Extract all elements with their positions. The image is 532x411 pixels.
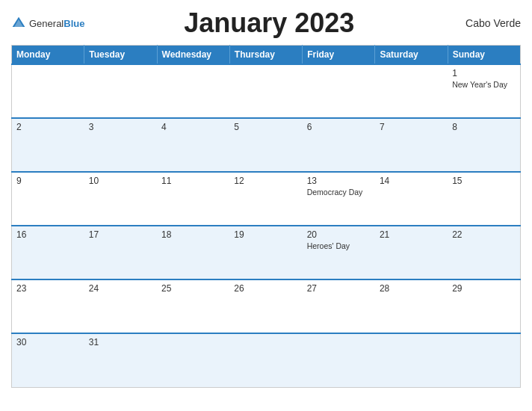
calendar-day-cell: 4 xyxy=(157,118,229,172)
logo-general-text: General xyxy=(29,18,64,29)
holiday-name: New Year's Day xyxy=(452,80,516,90)
calendar-week-row: 2345678 xyxy=(12,118,521,172)
calendar-week-row: 23242526272829 xyxy=(12,279,521,333)
calendar-day-cell xyxy=(303,333,375,387)
calendar-day-cell: 14 xyxy=(375,172,448,226)
day-number: 7 xyxy=(380,122,443,132)
calendar-day-cell xyxy=(375,64,448,118)
day-number: 8 xyxy=(452,122,516,132)
day-number: 5 xyxy=(234,122,297,132)
calendar-day-cell: 21 xyxy=(375,226,448,279)
month-title: January 2023 xyxy=(84,7,454,39)
calendar-day-cell xyxy=(84,64,157,118)
weekday-header-row: MondayTuesdayWednesdayThursdayFridaySatu… xyxy=(12,46,521,65)
calendar-week-row: 3031 xyxy=(12,333,521,387)
logo-general: GeneralBlue xyxy=(29,16,84,30)
calendar-week-row: 910111213Democracy Day1415 xyxy=(12,172,521,226)
day-number: 26 xyxy=(234,283,297,294)
day-number: 23 xyxy=(16,283,80,294)
calendar-day-cell xyxy=(157,64,229,118)
calendar-day-cell xyxy=(229,64,302,118)
calendar-day-cell: 26 xyxy=(229,279,302,333)
day-number: 30 xyxy=(16,337,80,347)
day-number: 29 xyxy=(452,283,516,294)
calendar-day-cell xyxy=(303,64,375,118)
calendar-day-cell: 30 xyxy=(12,333,84,387)
calendar-day-cell xyxy=(12,64,84,118)
logo-icon xyxy=(11,16,26,31)
day-number: 6 xyxy=(307,122,371,132)
weekday-header-tuesday: Tuesday xyxy=(84,46,157,65)
calendar-table: MondayTuesdayWednesdayThursdayFridaySatu… xyxy=(11,45,521,388)
calendar-day-cell: 15 xyxy=(448,172,520,226)
day-number: 2 xyxy=(16,122,80,132)
calendar-day-cell: 10 xyxy=(84,172,157,226)
day-number: 16 xyxy=(16,229,80,240)
day-number: 13 xyxy=(307,176,371,186)
calendar-day-cell xyxy=(229,333,302,387)
calendar-day-cell: 24 xyxy=(84,279,157,333)
calendar-day-cell: 22 xyxy=(448,226,520,279)
calendar-day-cell: 29 xyxy=(448,279,520,333)
day-number: 12 xyxy=(234,176,297,186)
logo-blue-text: Blue xyxy=(64,18,84,29)
holiday-name: Heroes' Day xyxy=(307,241,371,252)
calendar-day-cell: 18 xyxy=(157,226,229,279)
weekday-header-thursday: Thursday xyxy=(229,46,302,65)
day-number: 10 xyxy=(89,176,152,186)
weekday-header-saturday: Saturday xyxy=(375,46,448,65)
day-number: 25 xyxy=(161,283,225,294)
calendar-container: GeneralBlue January 2023 Cabo Verde Mond… xyxy=(0,0,532,411)
day-number: 17 xyxy=(89,229,152,240)
day-number: 24 xyxy=(89,283,152,294)
calendar-day-cell: 19 xyxy=(229,226,302,279)
calendar-day-cell: 13Democracy Day xyxy=(303,172,375,226)
calendar-day-cell: 8 xyxy=(448,118,520,172)
weekday-header-sunday: Sunday xyxy=(448,46,520,65)
calendar-day-cell: 2 xyxy=(12,118,84,172)
calendar-day-cell: 6 xyxy=(303,118,375,172)
day-number: 18 xyxy=(161,229,225,240)
day-number: 21 xyxy=(380,229,443,240)
day-number: 1 xyxy=(452,68,516,78)
calendar-week-row: 1617181920Heroes' Day2122 xyxy=(12,226,521,279)
day-number: 9 xyxy=(16,176,80,186)
day-number: 31 xyxy=(89,337,152,347)
calendar-day-cell: 3 xyxy=(84,118,157,172)
calendar-day-cell xyxy=(157,333,229,387)
weekday-header-wednesday: Wednesday xyxy=(157,46,229,65)
day-number: 3 xyxy=(89,122,152,132)
day-number: 22 xyxy=(452,229,516,240)
calendar-day-cell: 16 xyxy=(12,226,84,279)
day-number: 27 xyxy=(307,283,371,294)
calendar-header: GeneralBlue January 2023 Cabo Verde xyxy=(11,7,521,39)
logo: GeneralBlue xyxy=(11,16,84,31)
calendar-day-cell: 5 xyxy=(229,118,302,172)
country-label: Cabo Verde xyxy=(454,17,521,29)
day-number: 28 xyxy=(380,283,443,294)
calendar-day-cell: 28 xyxy=(375,279,448,333)
calendar-day-cell: 17 xyxy=(84,226,157,279)
day-number: 11 xyxy=(161,176,225,186)
day-number: 15 xyxy=(452,176,516,186)
day-number: 20 xyxy=(307,229,371,240)
weekday-header-monday: Monday xyxy=(12,46,84,65)
calendar-day-cell: 11 xyxy=(157,172,229,226)
calendar-day-cell: 7 xyxy=(375,118,448,172)
calendar-day-cell: 1New Year's Day xyxy=(448,64,520,118)
calendar-day-cell: 27 xyxy=(303,279,375,333)
calendar-day-cell: 31 xyxy=(84,333,157,387)
day-number: 14 xyxy=(380,176,443,186)
calendar-day-cell: 20Heroes' Day xyxy=(303,226,375,279)
weekday-header-friday: Friday xyxy=(303,46,375,65)
calendar-day-cell: 23 xyxy=(12,279,84,333)
holiday-name: Democracy Day xyxy=(307,188,371,198)
calendar-day-cell xyxy=(375,333,448,387)
day-number: 4 xyxy=(161,122,225,132)
calendar-day-cell: 9 xyxy=(12,172,84,226)
calendar-day-cell: 25 xyxy=(157,279,229,333)
calendar-week-row: 1New Year's Day xyxy=(12,64,521,118)
calendar-day-cell: 12 xyxy=(229,172,302,226)
day-number: 19 xyxy=(234,229,297,240)
calendar-day-cell xyxy=(448,333,520,387)
